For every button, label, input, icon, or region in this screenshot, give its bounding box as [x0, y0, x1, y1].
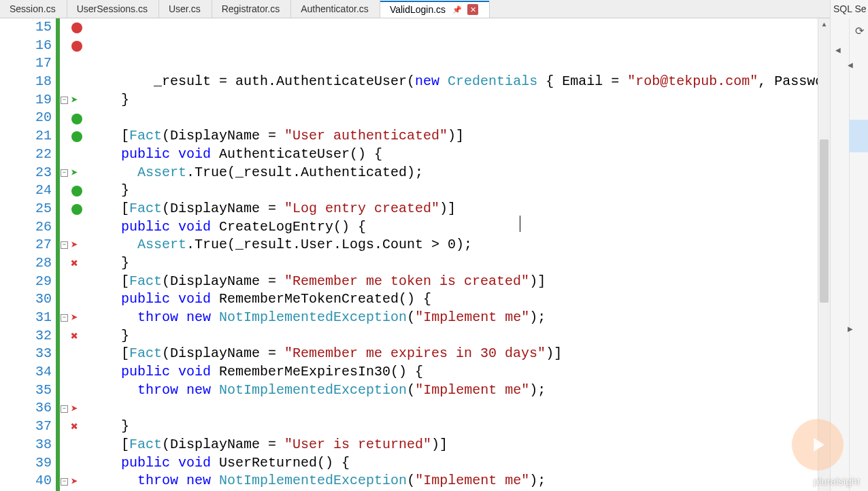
close-icon[interactable]: ✕: [467, 4, 478, 15]
code-line[interactable]: Assert.True(_result.User.Logs.Count > 0)…: [84, 236, 830, 254]
fold-toggle[interactable]: −: [61, 97, 68, 104]
test-fail-icon[interactable]: [71, 41, 82, 52]
line-number: 21: [0, 127, 52, 146]
play-video-button[interactable]: [792, 419, 844, 471]
fold-toggle[interactable]: −: [61, 478, 68, 486]
test-error-icon[interactable]: ✖: [71, 328, 78, 343]
collapse-triangle-icon[interactable]: ◀: [835, 46, 841, 54]
code-line[interactable]: }: [84, 91, 830, 109]
test-fail-arrow-icon[interactable]: ➤: [71, 310, 78, 325]
tab-authenticator[interactable]: Authenticator.cs: [291, 0, 380, 18]
line-number: 31: [0, 309, 52, 327]
test-fail-icon[interactable]: [71, 22, 82, 33]
code-line[interactable]: }: [84, 327, 830, 345]
test-marker-column: ➤➤➤✖➤✖➤✖➤: [69, 18, 84, 491]
line-number-gutter: 1516171819202122232425262728293031323334…: [0, 18, 56, 491]
code-line[interactable]: [Fact(DisplayName = "Remember me expires…: [84, 345, 830, 363]
line-number: 33: [0, 345, 52, 363]
tab-label: User.cs: [169, 3, 201, 14]
test-pass-icon[interactable]: [71, 114, 82, 124]
test-pass-icon[interactable]: [71, 204, 82, 215]
expand-triangle-icon[interactable]: ▶: [848, 325, 853, 333]
test-pass-icon[interactable]: [71, 186, 82, 197]
tab-registrator[interactable]: Registrator.cs: [212, 0, 292, 18]
test-fail-arrow-icon[interactable]: ➤: [71, 237, 78, 252]
line-number: 22: [0, 146, 52, 164]
code-editor[interactable]: 1516171819202122232425262728293031323334…: [0, 18, 830, 491]
code-line[interactable]: }: [84, 418, 830, 436]
line-number: 36: [0, 399, 52, 418]
tab-label: Authenticator.cs: [301, 3, 369, 14]
test-pass-arrow-icon[interactable]: ➤: [71, 165, 78, 180]
line-number: 19: [0, 91, 52, 109]
line-number: 23: [0, 164, 52, 182]
code-line[interactable]: [Fact(DisplayName = "User authenticated"…: [84, 127, 830, 146]
fold-toggle[interactable]: −: [61, 169, 68, 177]
code-line[interactable]: [84, 399, 830, 418]
test-fail-arrow-icon[interactable]: ➤: [71, 401, 78, 416]
code-line[interactable]: throw new NotImplementedException("Imple…: [84, 309, 830, 327]
line-number: 28: [0, 254, 52, 273]
line-number: 38: [0, 436, 52, 454]
code-line[interactable]: [Fact(DisplayName = "User is returned")]: [84, 436, 830, 454]
test-error-icon[interactable]: ✖: [71, 419, 78, 434]
line-number: 29: [0, 273, 52, 291]
tab-session[interactable]: Session.cs: [0, 0, 67, 18]
test-pass-arrow-icon[interactable]: ➤: [71, 92, 78, 107]
test-pass-icon[interactable]: [71, 131, 82, 142]
line-number: 35: [0, 382, 52, 400]
line-number: 26: [0, 218, 52, 237]
fold-toggle[interactable]: −: [61, 241, 68, 249]
line-number: 30: [0, 290, 52, 309]
overview-highlight: [849, 120, 868, 152]
pin-icon[interactable]: 📌: [452, 5, 462, 14]
scroll-up-button[interactable]: ▲: [818, 18, 830, 31]
line-number: 16: [0, 37, 52, 55]
code-line[interactable]: [Fact(DisplayName = "Log entry created")…: [84, 200, 830, 218]
code-line[interactable]: public void CreateLogEntry() {: [84, 218, 830, 237]
line-number: 39: [0, 454, 52, 473]
tab-usersessions[interactable]: UserSessions.cs: [67, 0, 159, 18]
line-number: 18: [0, 73, 52, 91]
test-fail-arrow-icon[interactable]: ➤: [71, 474, 78, 489]
line-number: 37: [0, 418, 52, 436]
code-area[interactable]: _result = auth.AuthenticateUser(new Cred…: [84, 18, 830, 491]
code-line[interactable]: public void RememberMeExpiresIn30() {: [84, 363, 830, 382]
code-line[interactable]: throw new NotImplementedException("Imple…: [84, 382, 830, 400]
code-line[interactable]: throw new NotImplementedException("Imple…: [84, 472, 830, 490]
right-panel-label[interactable]: SQL Se: [831, 1, 868, 16]
line-number: 32: [0, 327, 52, 345]
fold-toggle[interactable]: −: [61, 314, 68, 322]
fold-toggle[interactable]: −: [61, 405, 68, 413]
code-line[interactable]: _result = auth.AuthenticateUser(new Cred…: [84, 73, 830, 91]
line-number: 40: [0, 472, 52, 490]
fold-column: −−−−−−: [60, 18, 69, 491]
tab-validlogin[interactable]: ValidLogin.cs 📌 ✕: [380, 0, 490, 18]
line-number: 15: [0, 18, 52, 37]
code-line[interactable]: public void UserReturned() {: [84, 454, 830, 473]
tab-label: ValidLogin.cs: [390, 4, 446, 15]
brand-watermark: pluralsight: [814, 475, 860, 487]
line-number: 34: [0, 363, 52, 382]
tab-label: Registrator.cs: [222, 3, 280, 14]
code-line[interactable]: public void RememberMeTokenCreated() {: [84, 290, 830, 309]
tab-user[interactable]: User.cs: [159, 0, 212, 18]
code-line[interactable]: }: [84, 182, 830, 200]
test-error-icon[interactable]: ✖: [71, 256, 78, 271]
line-number: 20: [0, 109, 52, 127]
scroll-track[interactable]: [818, 31, 830, 479]
line-number: 27: [0, 236, 52, 254]
code-line[interactable]: public void AuthenticateUser() {: [84, 146, 830, 164]
collapse-triangle-icon[interactable]: ◀: [848, 61, 853, 69]
code-line[interactable]: [84, 109, 830, 127]
code-line[interactable]: [Fact(DisplayName = "Remember me token i…: [84, 273, 830, 291]
line-number: 25: [0, 200, 52, 218]
right-side-panel: SQL Se ⟳ ◀ ◀ ▶: [830, 0, 868, 491]
panel-separator: [849, 18, 850, 491]
refresh-icon[interactable]: ⟳: [855, 24, 864, 37]
code-line[interactable]: }: [84, 254, 830, 273]
play-icon: [806, 433, 829, 456]
tab-bar: Session.cs UserSessions.cs User.cs Regis…: [0, 0, 868, 18]
scroll-thumb[interactable]: [820, 139, 829, 303]
code-line[interactable]: Assert.True(_result.Authenticated);: [84, 164, 830, 182]
